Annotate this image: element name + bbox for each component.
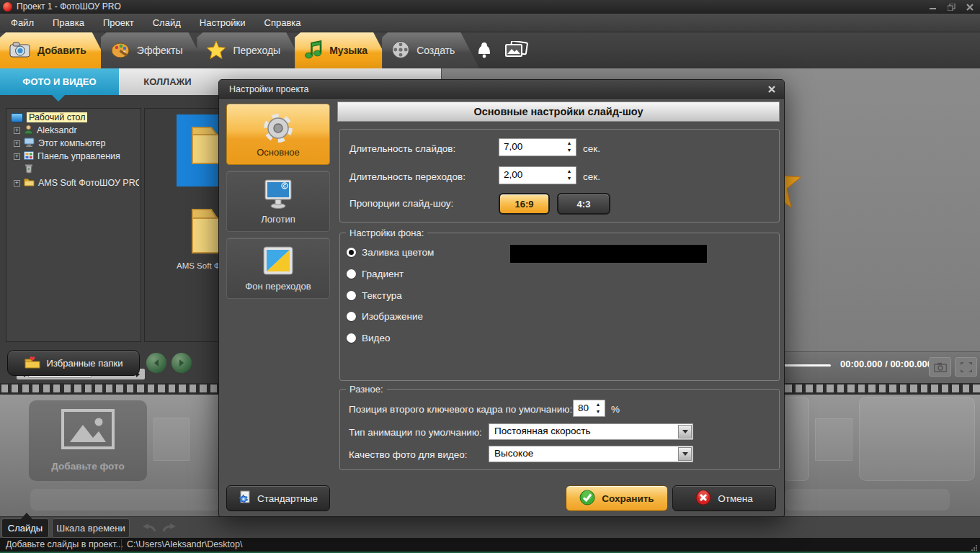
radio-video[interactable]: [347, 333, 356, 343]
window-title: Проект 1 - ФотоШОУ PRO: [17, 1, 121, 12]
add-photo-placeholder[interactable]: Добавьте фото: [29, 400, 147, 481]
slide-slot-ghost: [783, 397, 809, 481]
aspect-label: Пропорции слайд-шоу:: [349, 198, 453, 209]
aspect-16-9-button[interactable]: 16:9: [499, 193, 550, 215]
camera-icon: [9, 41, 31, 60]
app-window: Проект 1 - ФотоШОУ PRO Файл Правка Проек…: [0, 0, 980, 553]
dropdown-arrow-icon[interactable]: [678, 425, 692, 439]
bottom-tab-bar: Слайды Шкала времени: [0, 516, 980, 538]
fullscreen-button[interactable]: [955, 357, 977, 377]
diagonal-swatch-icon: [227, 246, 329, 276]
ribbon-toolbar: Добавить Эффекты Переходы Музыка Создать: [0, 32, 980, 68]
dialog-tab-general[interactable]: Основное: [226, 104, 330, 165]
quality-dropdown[interactable]: Высокое: [489, 446, 693, 462]
cancel-button[interactable]: Отмена: [672, 485, 776, 511]
dialog-title-bar[interactable]: Настройки проекта: [219, 80, 784, 99]
dialog-tab-transition-background[interactable]: Фон переходов: [226, 238, 330, 299]
desktop-icon: [11, 113, 23, 122]
tab-collages[interactable]: КОЛЛАЖИ: [119, 68, 216, 95]
back-arrow-button[interactable]: [146, 353, 166, 373]
monitor-copyright-icon: [227, 179, 329, 210]
audio-track-bar: [30, 489, 219, 511]
tab-music[interactable]: Музыка: [295, 32, 392, 68]
undo-icon[interactable]: [141, 522, 157, 536]
close-button[interactable]: [963, 2, 977, 12]
expand-icon[interactable]: [14, 127, 20, 134]
defaults-button[interactable]: Стандартные: [226, 485, 330, 511]
tab-add[interactable]: Добавить: [0, 32, 111, 68]
notification-bell-icon[interactable]: [476, 40, 493, 62]
animation-dropdown[interactable]: Постоянная скорость: [489, 423, 693, 440]
tree-item-user[interactable]: Aleksandr: [6, 124, 139, 137]
computer-icon: [24, 138, 35, 149]
tab-create[interactable]: Создать: [382, 32, 479, 68]
dropdown-arrow-icon[interactable]: [678, 447, 692, 461]
menu-slide[interactable]: Слайд: [143, 17, 190, 28]
menu-file[interactable]: Файл: [1, 17, 43, 28]
expand-icon[interactable]: [14, 140, 20, 147]
tab-transitions[interactable]: Переходы: [197, 32, 305, 68]
recycle-bin-icon: [24, 163, 33, 176]
keyframe-label: Позиция второго ключевого кадра по умолч…: [349, 404, 572, 415]
radio-color-fill[interactable]: [347, 248, 356, 257]
slide-duration-input[interactable]: 7,00 ▲▼: [499, 138, 576, 156]
dialog-header: Основные настройки слайд-шоу: [337, 102, 780, 122]
user-icon: [24, 125, 33, 137]
misc-legend: Разное:: [346, 384, 387, 395]
status-hint: Добавьте слайды в проект...: [6, 539, 123, 549]
gear-icon: [227, 112, 329, 145]
menu-project[interactable]: Проект: [94, 17, 143, 28]
audio-track-bar: [785, 489, 950, 511]
tree-item-ams-folder[interactable]: AMS Soft ФотоШОУ PRO: [6, 176, 139, 189]
snapshot-camera-button[interactable]: [929, 357, 951, 377]
spinner-arrows-icon[interactable]: ▲▼: [566, 140, 573, 154]
film-reel-icon: [391, 40, 410, 61]
transition-duration-input[interactable]: 2,00 ▲▼: [499, 166, 576, 184]
tree-item-recycle-bin[interactable]: [6, 163, 139, 176]
music-note-icon: [304, 40, 323, 61]
animation-label: Тип анимации по умолчанию:: [349, 427, 482, 438]
spinner-arrows-icon[interactable]: ▲▼: [594, 401, 602, 415]
save-button[interactable]: Сохранить: [566, 485, 668, 511]
dialog-tab-logo[interactable]: Логотип: [226, 171, 330, 232]
redo-icon[interactable]: [161, 522, 177, 536]
status-bar: Добавьте слайды в проект... C:\Users\Ale…: [0, 538, 980, 553]
menu-help[interactable]: Справка: [255, 17, 311, 28]
keyframe-input[interactable]: 80 ▲▼: [573, 400, 605, 417]
radio-image[interactable]: [347, 312, 356, 321]
photos-icon[interactable]: [504, 41, 529, 62]
tree-item-control-panel[interactable]: Панель управления: [6, 150, 139, 163]
tab-slides[interactable]: Слайды: [1, 518, 49, 538]
favorite-folders-button[interactable]: Избранные папки: [7, 350, 140, 376]
transition-duration-label: Длительность переходов:: [349, 171, 466, 182]
expand-icon[interactable]: [14, 153, 20, 160]
background-group: Настройки фона: Заливка цветом Градиент …: [339, 233, 780, 381]
image-placeholder-icon: [29, 400, 147, 452]
folder-icon: [24, 177, 35, 189]
background-legend: Настройки фона:: [346, 228, 427, 238]
minimize-button[interactable]: [925, 2, 940, 12]
radio-gradient[interactable]: [347, 269, 356, 279]
slide-slot-ghost: [153, 418, 190, 461]
restore-button[interactable]: [944, 2, 958, 12]
control-panel-icon: [24, 151, 34, 162]
expand-icon[interactable]: [14, 180, 20, 186]
tab-effects[interactable]: Эффекты: [101, 32, 208, 68]
menu-edit[interactable]: Правка: [43, 17, 94, 28]
tree-item-computer[interactable]: Этот компьютер: [6, 137, 139, 150]
forward-arrow-button[interactable]: [172, 353, 192, 373]
green-check-icon: [579, 490, 595, 508]
aspect-4-3-button[interactable]: 4:3: [557, 193, 610, 215]
tab-timeline[interactable]: Шкала времени: [52, 518, 130, 538]
tab-photo-video[interactable]: ФОТО И ВИДЕО: [0, 68, 119, 95]
slide-slot-ghost: [859, 397, 975, 481]
spinner-arrows-icon[interactable]: ▲▼: [566, 168, 573, 182]
slide-duration-label: Длительность слайдов:: [349, 143, 455, 154]
fill-color-swatch[interactable]: [510, 245, 707, 263]
general-group: Длительность слайдов: 7,00 ▲▼ сек. Длите…: [339, 129, 780, 222]
resize-grip[interactable]: [971, 544, 978, 551]
dialog-close-icon[interactable]: [765, 84, 778, 95]
tree-item-desktop[interactable]: Рабочий стол: [6, 111, 139, 124]
radio-texture[interactable]: [347, 291, 356, 300]
menu-settings[interactable]: Настройки: [190, 17, 255, 28]
